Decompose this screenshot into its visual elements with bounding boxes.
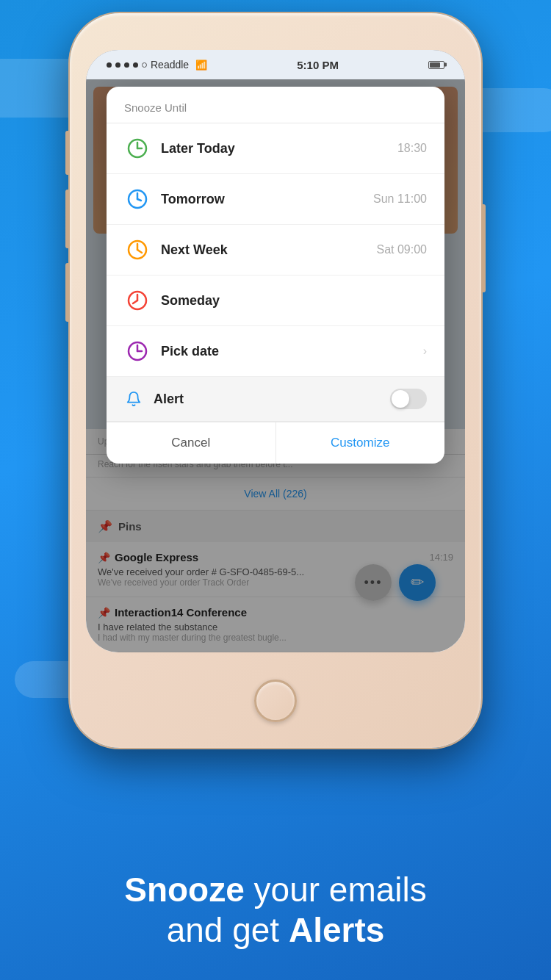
tomorrow-icon-wrap <box>124 186 151 212</box>
alert-row: Alert <box>107 377 444 422</box>
volume-mute-button <box>65 131 69 175</box>
clock-orange-icon <box>127 239 148 260</box>
svg-line-11 <box>133 300 137 303</box>
next-week-label: Next Week <box>161 242 377 258</box>
volume-up-button <box>65 190 69 248</box>
status-bar: Readdle 📶 5:10 PM <box>86 50 465 79</box>
snooze-item-someday[interactable]: Someday <box>107 275 444 326</box>
status-left: Readdle 📶 <box>107 59 207 71</box>
battery-icon <box>428 61 444 69</box>
volume-down-button <box>65 263 69 322</box>
bottom-text-line2: and get Alerts <box>44 910 507 951</box>
signal-dot-1 <box>107 62 112 68</box>
snooze-item-next-week[interactable]: Next Week Sat 09:00 <box>107 225 444 275</box>
snooze-items-list: Later Today 18:30 Tomorrow <box>107 123 444 377</box>
alert-label: Alert <box>154 392 390 407</box>
cancel-button[interactable]: Cancel <box>107 422 276 464</box>
modal-overlay: Snooze Until Later Today 18 <box>86 50 465 652</box>
phone-screen: Readdle 📶 5:10 PM Snooze Until <box>86 50 465 652</box>
snooze-item-pick-date[interactable]: Pick date › <box>107 326 444 377</box>
signal-dot-4 <box>133 62 138 68</box>
home-button[interactable] <box>254 680 297 722</box>
tomorrow-label: Tomorrow <box>161 192 373 207</box>
later-today-icon-wrap <box>124 135 151 162</box>
next-week-time: Sat 09:00 <box>377 243 428 256</box>
status-time: 5:10 PM <box>297 59 339 71</box>
signal-dot-5 <box>142 62 147 68</box>
someday-label: Someday <box>161 293 427 309</box>
clock-blue-icon <box>127 189 148 209</box>
modal-actions: Cancel Customize <box>107 422 444 464</box>
someday-icon-wrap <box>124 287 151 314</box>
snooze-item-tomorrow[interactable]: Tomorrow Sun 11:00 <box>107 174 444 225</box>
snooze-title: Snooze Until <box>107 87 444 123</box>
carrier-name: Readdle <box>151 59 189 71</box>
snooze-item-later-today[interactable]: Later Today 18:30 <box>107 123 444 174</box>
snooze-word: Snooze <box>124 871 245 909</box>
clock-red-icon <box>127 290 148 311</box>
later-today-time: 18:30 <box>397 142 427 155</box>
wifi-icon: 📶 <box>195 60 207 71</box>
clock-purple-icon <box>127 341 148 361</box>
svg-line-5 <box>137 199 141 201</box>
clock-green-icon <box>127 138 148 159</box>
toggle-thumb <box>392 390 409 408</box>
tomorrow-time: Sun 11:00 <box>373 192 427 206</box>
customize-button[interactable]: Customize <box>276 422 445 464</box>
later-today-label: Later Today <box>161 141 397 156</box>
alert-toggle[interactable] <box>390 389 427 409</box>
signal-dot-3 <box>124 62 129 68</box>
pick-date-icon-wrap <box>124 338 151 364</box>
phone-shell: Readdle 📶 5:10 PM Snooze Until <box>70 13 481 748</box>
power-button <box>482 204 486 292</box>
svg-line-8 <box>137 250 142 253</box>
signal-dot-2 <box>115 62 120 68</box>
pick-date-label: Pick date <box>161 344 417 359</box>
snooze-modal: Snooze Until Later Today 18 <box>107 87 444 464</box>
bell-icon <box>124 389 143 408</box>
status-right <box>428 61 444 69</box>
your-emails-text: your emails <box>245 871 427 909</box>
and-get-text: and get <box>167 911 289 949</box>
bottom-text-line1: Snooze your emails <box>44 870 507 910</box>
next-week-icon-wrap <box>124 237 151 263</box>
bottom-tagline: Snooze your emails and get Alerts <box>0 870 551 951</box>
battery-fill <box>430 62 440 68</box>
alerts-word: Alerts <box>289 911 384 949</box>
pick-date-chevron-icon: › <box>423 345 427 358</box>
